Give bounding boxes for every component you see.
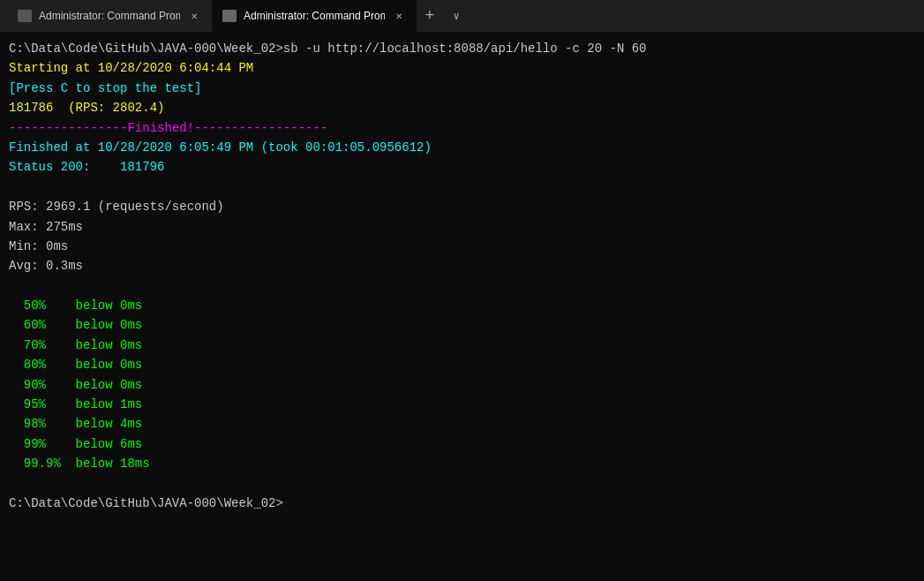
terminal-line-blank2 bbox=[9, 276, 915, 296]
terminal-line-p50: 50% below 0ms bbox=[9, 296, 915, 315]
terminal-line-p70: 70% below 0ms bbox=[9, 336, 915, 355]
terminal-line-rps: RPS: 2969.1 (requests/second) bbox=[9, 197, 915, 216]
tab-add-button[interactable]: + bbox=[417, 0, 443, 32]
tab-2-close[interactable]: ✕ bbox=[392, 9, 406, 23]
terminal-line-prompt: C:\Data\Code\GitHub\JAVA-000\Week_02> bbox=[9, 494, 915, 513]
terminal-line-blank1 bbox=[9, 177, 915, 197]
titlebar: Administrator: Command Prom| ✕ Administr… bbox=[0, 0, 924, 32]
terminal-line-p99: 99% below 6ms bbox=[9, 434, 915, 454]
terminal-line-p90: 90% below 0ms bbox=[9, 375, 915, 395]
terminal-line-status: Status 200: 181796 bbox=[9, 157, 915, 177]
tab-1-label: Administrator: Command Prom| bbox=[39, 10, 180, 22]
tab-2[interactable]: Administrator: Command Prom| ✕ bbox=[212, 0, 417, 32]
terminal-line-p95: 95% below 1ms bbox=[9, 395, 915, 414]
terminal-line-rps-live: 181786 (RPS: 2802.4) bbox=[9, 98, 915, 117]
terminal-line-max: Max: 275ms bbox=[9, 217, 915, 237]
terminal-line-press: [Press C to stop the test] bbox=[9, 79, 915, 98]
terminal-line-finished-at: Finished at 10/28/2020 6:05:49 PM (took … bbox=[9, 138, 915, 157]
terminal-line-blank3 bbox=[9, 474, 915, 494]
terminal-line-command: C:\Data\Code\GitHub\JAVA-000\Week_02>sb … bbox=[9, 39, 915, 58]
terminal-line-min: Min: 0ms bbox=[9, 237, 915, 256]
terminal-line-starting: Starting at 10/28/2020 6:04:44 PM bbox=[9, 58, 915, 78]
terminal-line-p98: 98% below 4ms bbox=[9, 414, 915, 434]
tab-1-close[interactable]: ✕ bbox=[187, 9, 201, 23]
tab-2-label: Administrator: Command Prom| bbox=[244, 10, 385, 22]
tab-dropdown-button[interactable]: ∨ bbox=[443, 0, 470, 32]
terminal-window: C:\Data\Code\GitHub\JAVA-000\Week_02>sb … bbox=[0, 32, 924, 581]
terminal-line-p999: 99.9% below 18ms bbox=[9, 454, 915, 473]
tab-1[interactable]: Administrator: Command Prom| ✕ bbox=[7, 0, 212, 32]
terminal-line-p60: 60% below 0ms bbox=[9, 315, 915, 335]
tab-2-icon bbox=[222, 10, 237, 22]
terminal-line-finished-separator: ----------------Finished!---------------… bbox=[9, 118, 915, 138]
terminal-line-p80: 80% below 0ms bbox=[9, 355, 915, 374]
terminal-line-avg: Avg: 0.3ms bbox=[9, 256, 915, 275]
tab-1-icon bbox=[18, 10, 32, 22]
